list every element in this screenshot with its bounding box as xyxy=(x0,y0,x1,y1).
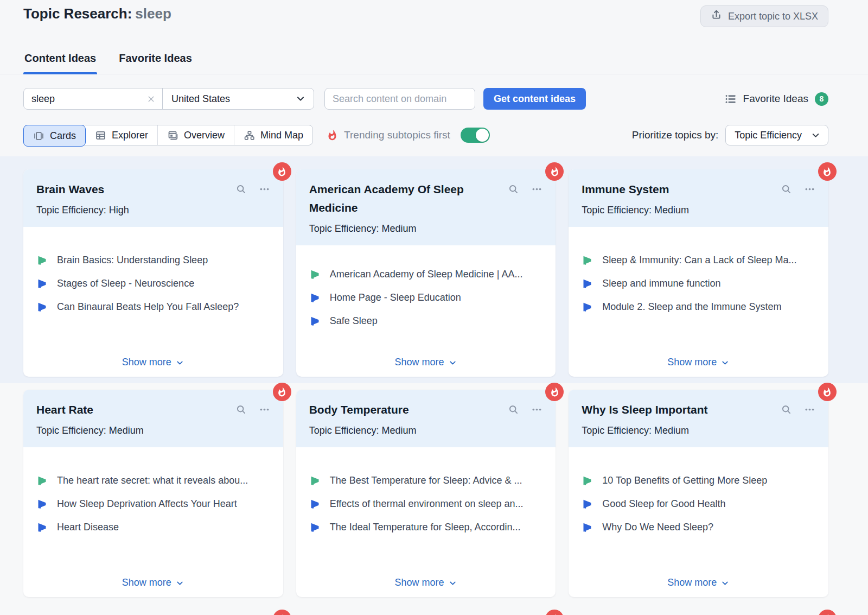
view-tab-explorer[interactable]: Explorer xyxy=(86,125,158,145)
megaphone-icon xyxy=(309,315,321,327)
page-title-query: sleep xyxy=(135,5,171,22)
search-icon[interactable] xyxy=(508,404,519,415)
headline-item[interactable]: Effects of thermal environment on sleep … xyxy=(309,498,543,510)
headline-text: Heart Disease xyxy=(57,521,119,534)
topic-efficiency: Topic Efficiency: Medium xyxy=(36,425,270,436)
show-more-button[interactable]: Show more xyxy=(122,357,184,368)
trending-fire-badge xyxy=(273,610,291,615)
more-options-icon[interactable] xyxy=(804,404,815,415)
headline-item[interactable]: Safe Sleep xyxy=(309,315,543,327)
topic-card-heart-rate: Heart Rate Topic Efficiency: Medium The … xyxy=(23,390,283,597)
headline-text: Sleep and immune function xyxy=(602,277,720,290)
headline-item[interactable]: Stages of Sleep - Neuroscience xyxy=(36,277,270,290)
more-options-icon[interactable] xyxy=(259,183,270,195)
prioritize-select[interactable]: Topic Efficiency xyxy=(725,125,828,145)
search-icon[interactable] xyxy=(235,183,247,195)
topic-efficiency: Topic Efficiency: Medium xyxy=(309,223,543,234)
show-more-button[interactable]: Show more xyxy=(394,357,457,368)
view-tab-mindmap-label: Mind Map xyxy=(260,130,303,141)
card-title: Brain Waves xyxy=(36,180,228,199)
card-body: Brain Basics: Understanding Sleep Stages… xyxy=(23,227,283,377)
headline-item[interactable]: Why Do We Need Sleep? xyxy=(582,521,815,534)
headline-item[interactable]: Sleep and immune function xyxy=(582,277,815,290)
card-header: Immune System Topic Efficiency: Medium xyxy=(569,169,828,227)
headline-item[interactable]: Home Page - Sleep Education xyxy=(309,291,543,304)
view-tab-cards-label: Cards xyxy=(50,130,76,142)
card-body: 10 Top Benefits of Getting More Sleep Go… xyxy=(569,447,828,597)
headline-text: Can Binaural Beats Help You Fall Asleep? xyxy=(57,301,239,313)
export-topic-label: Export topic to XLSX xyxy=(728,11,818,22)
page-title-label: Topic Research: xyxy=(23,5,132,22)
domain-search-input[interactable] xyxy=(324,88,475,110)
region-select[interactable]: United States xyxy=(163,88,314,109)
topic-card-why-is-sleep-important: Why Is Sleep Important Topic Efficiency:… xyxy=(569,390,828,597)
more-options-icon[interactable] xyxy=(804,183,815,195)
megaphone-icon xyxy=(36,475,48,486)
trending-fire-badge xyxy=(818,610,837,615)
clear-search-icon[interactable] xyxy=(146,94,156,104)
show-more-label: Show more xyxy=(394,577,444,588)
search-icon[interactable] xyxy=(781,404,792,415)
show-more-label: Show more xyxy=(394,357,444,368)
trending-subtopics-label: Trending subtopics first xyxy=(344,129,450,141)
chevron-down-icon xyxy=(175,358,184,367)
headline-item[interactable]: The heart rate secret: what it reveals a… xyxy=(36,474,270,487)
headline-text: The Best Temperature for Sleep: Advice &… xyxy=(330,474,522,487)
show-more-button[interactable]: Show more xyxy=(122,577,184,588)
top-bar: Topic Research:sleep Export topic to XLS… xyxy=(0,0,868,27)
more-options-icon[interactable] xyxy=(531,183,542,195)
view-tab-explorer-label: Explorer xyxy=(112,130,148,141)
topic-search-input[interactable] xyxy=(31,93,146,105)
topic-search-field[interactable] xyxy=(24,88,162,109)
more-options-icon[interactable] xyxy=(259,404,270,415)
headline-item[interactable]: The Ideal Temperature for Sleep, Accordi… xyxy=(309,521,543,534)
headline-item[interactable]: Brain Basics: Understanding Sleep xyxy=(36,254,270,267)
view-switcher: Cards Explorer Overview Mind Map xyxy=(23,125,313,145)
export-topic-button[interactable]: Export topic to XLSX xyxy=(700,5,828,27)
page-title: Topic Research:sleep xyxy=(23,5,171,22)
show-more-button[interactable]: Show more xyxy=(667,577,730,588)
search-icon[interactable] xyxy=(508,183,519,195)
headline-item[interactable]: How Sleep Deprivation Affects Your Heart xyxy=(36,498,270,510)
headline-text: American Academy of Sleep Medicine | AA.… xyxy=(330,268,523,281)
search-icon[interactable] xyxy=(235,404,247,415)
headline-item[interactable]: Heart Disease xyxy=(36,521,270,534)
view-tab-overview[interactable]: Overview xyxy=(158,125,234,145)
headline-item[interactable]: 10 Top Benefits of Getting More Sleep xyxy=(582,474,815,487)
tab-favorite-ideas[interactable]: Favorite Ideas xyxy=(118,48,193,74)
megaphone-icon xyxy=(582,522,593,533)
view-tab-cards[interactable]: Cards xyxy=(23,125,86,147)
get-content-ideas-button[interactable]: Get content ideas xyxy=(483,88,586,110)
trending-fire-badge xyxy=(818,162,837,181)
card-title: Why Is Sleep Important xyxy=(582,401,773,419)
headline-item[interactable]: The Best Temperature for Sleep: Advice &… xyxy=(309,474,543,487)
headline-item[interactable]: Module 2. Sleep and the Immune System xyxy=(582,301,815,313)
show-more-label: Show more xyxy=(122,577,171,588)
topic-efficiency: Topic Efficiency: High xyxy=(36,205,270,216)
favorite-ideas-label: Favorite Ideas xyxy=(743,93,808,105)
mindmap-view-icon xyxy=(244,130,255,141)
trending-fire-badge xyxy=(273,383,291,401)
trending-toggle[interactable] xyxy=(461,128,490,143)
chevron-down-icon xyxy=(448,358,457,367)
megaphone-icon xyxy=(36,278,48,289)
favorite-ideas-link[interactable]: Favorite Ideas 8 xyxy=(724,92,828,106)
search-icon[interactable] xyxy=(781,183,792,195)
topic-efficiency: Topic Efficiency: Medium xyxy=(582,425,815,436)
tab-content-ideas[interactable]: Content Ideas xyxy=(23,48,97,74)
headline-item[interactable]: Sleep & Immunity: Can a Lack of Sleep Ma… xyxy=(582,254,815,267)
topic-efficiency: Topic Efficiency: Medium xyxy=(582,205,815,216)
megaphone-icon xyxy=(582,475,593,486)
show-more-button[interactable]: Show more xyxy=(394,577,457,588)
headline-text: Sleep & Immunity: Can a Lack of Sleep Ma… xyxy=(602,254,796,267)
headline-item[interactable]: Can Binaural Beats Help You Fall Asleep? xyxy=(36,301,270,313)
more-options-icon[interactable] xyxy=(531,404,542,415)
show-more-button[interactable]: Show more xyxy=(667,357,730,368)
chevron-down-icon xyxy=(295,93,306,104)
card-header: Heart Rate Topic Efficiency: Medium xyxy=(23,390,283,447)
list-icon xyxy=(724,93,737,105)
headline-item[interactable]: Good Sleep for Good Health xyxy=(582,498,815,510)
view-tab-mindmap[interactable]: Mind Map xyxy=(234,125,312,145)
megaphone-icon xyxy=(582,498,593,510)
headline-item[interactable]: American Academy of Sleep Medicine | AA.… xyxy=(309,268,543,281)
